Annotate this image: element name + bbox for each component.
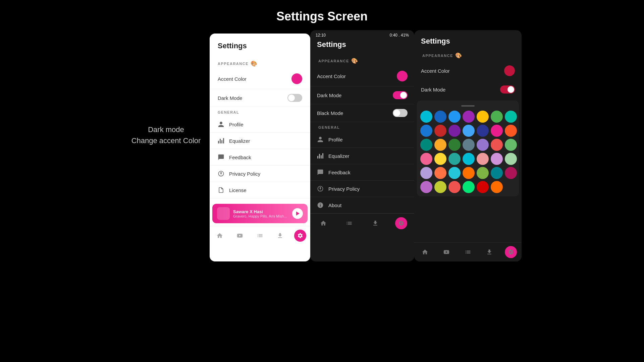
color-cell-19[interactable] [491,139,503,151]
music-bar[interactable]: Saware X Hasi Gravero, Happy Pills, Ami … [212,204,308,223]
screen1-appearance-header: APPEARANCE 🎨 [210,57,310,69]
screen2-about-row[interactable]: About [310,197,414,214]
nav2-home[interactable] [317,217,329,229]
screen1-general-header: GENERAL [210,107,310,116]
color-cell-13[interactable] [505,125,517,137]
color-cell-36[interactable] [434,181,446,193]
nav2-settings[interactable] [395,217,407,229]
privacy-icon2 [317,185,324,192]
screen1-dark-mode-row[interactable]: Dark Mode [210,89,310,107]
color-cell-32[interactable] [477,167,489,179]
toggle-knob3 [393,110,400,116]
color-cell-5[interactable] [491,111,503,123]
nav3-settings[interactable] [505,246,517,258]
color-cell-12[interactable] [491,125,503,137]
nav-download[interactable] [274,230,286,242]
color-cell-3[interactable] [463,111,475,123]
play-button[interactable] [292,208,303,219]
screen2-feedback-row[interactable]: Feedback [310,164,414,181]
color-cell-16[interactable] [448,139,461,151]
color-cell-8[interactable] [434,125,446,137]
color-cell-28[interactable] [420,167,432,179]
left-label-line2: Change accent Color [122,135,210,146]
color-cell-35[interactable] [420,181,432,193]
color-cell-37[interactable] [448,181,461,193]
color-cell-30[interactable] [448,167,461,179]
screen2-dark-mode-row[interactable]: Dark Mode [310,86,414,104]
nav-settings[interactable] [294,230,306,242]
color-cell-18[interactable] [477,139,489,151]
color-cell-17[interactable] [463,139,475,151]
color-cell-4[interactable] [477,111,489,123]
color-cell-6[interactable] [505,111,517,123]
color-cell-23[interactable] [448,153,461,165]
accent-color-dot3[interactable] [504,65,515,76]
color-cell-40[interactable] [491,181,503,193]
screen3-accent-color-row[interactable]: Accent Color [414,61,522,81]
dark-mode-toggle[interactable] [287,94,302,102]
screen2-general-header: GENERAL [310,122,414,131]
accent-color-dot[interactable] [291,73,302,84]
color-cell-25[interactable] [477,153,489,165]
screen-light: Settings APPEARANCE 🎨 Accent Color Dark … [210,34,310,261]
screen-dark: 12:10 0:40 . 41% Settings APPEARANCE 🎨 A… [310,30,414,261]
song-subtitle: Gravero, Happy Pills, Ami Mish... [233,214,289,218]
color-picker-overlay[interactable] [417,101,519,196]
screen1-accent-color-row[interactable]: Accent Color [210,69,310,89]
color-cell-1[interactable] [434,111,446,123]
color-cell-34[interactable] [505,167,517,179]
nav3-download[interactable] [483,246,495,258]
profile-icon [218,121,224,128]
nav2-playlist[interactable] [343,217,355,229]
nav2-download[interactable] [369,217,381,229]
color-cell-22[interactable] [434,153,446,165]
screen2-equalizer-row[interactable]: Equalizer [310,148,414,164]
color-cell-2[interactable] [448,111,461,123]
screen1-license-row[interactable]: License [210,182,310,198]
color-cell-9[interactable] [448,125,461,137]
color-cell-26[interactable] [491,153,503,165]
screen1-equalizer-row[interactable]: Equalizer [210,133,310,149]
color-cell-11[interactable] [477,125,489,137]
toggle-knob [288,95,295,101]
nav-home[interactable] [214,230,226,242]
color-cell-27[interactable] [505,153,517,165]
color-cell-14[interactable] [420,139,432,151]
color-cell-10[interactable] [463,125,475,137]
song-title: Saware X Hasi [233,209,289,214]
screen1-profile-row[interactable]: Profile [210,116,310,133]
screen2-privacy-row[interactable]: Privacy Policy [310,181,414,197]
screen3-bottom-nav [414,242,522,261]
color-cell-38[interactable] [463,181,475,193]
dark-mode-toggle2[interactable] [393,91,408,99]
nav-youtube[interactable] [234,230,246,242]
feedback-icon2 [317,169,324,176]
color-cell-0[interactable] [420,111,432,123]
color-cell-31[interactable] [463,167,475,179]
screen2-black-mode-row[interactable]: Black Mode [310,104,414,122]
nav3-youtube[interactable] [440,246,452,258]
color-cell-39[interactable] [477,181,489,193]
black-mode-toggle[interactable] [393,109,408,117]
feedback-icon [218,154,224,161]
color-cell-20[interactable] [505,139,517,151]
color-cell-21[interactable] [420,153,432,165]
screen1-privacy-row[interactable]: Privacy Policy [210,166,310,182]
color-cell-7[interactable] [420,125,432,137]
color-cell-29[interactable] [434,167,446,179]
screen2-profile-row[interactable]: Profile [310,131,414,148]
color-cell-33[interactable] [491,167,503,179]
nav3-home[interactable] [419,246,431,258]
accent-color-dot2[interactable] [397,71,408,81]
color-grid [420,111,516,193]
dark-mode-toggle3[interactable] [500,85,515,94]
status-icons: 0:40 . 41% [390,33,409,38]
color-cell-24[interactable] [463,153,475,165]
screen1-feedback-row[interactable]: Feedback [210,149,310,166]
nav3-playlist[interactable] [462,246,474,258]
screen2-accent-color-row[interactable]: Accent Color [310,66,414,86]
color-cell-15[interactable] [434,139,446,151]
screen3-dark-mode-row[interactable]: Dark Mode [414,81,522,98]
nav-playlist[interactable] [254,230,266,242]
palette-icon2: 🎨 [351,58,359,64]
